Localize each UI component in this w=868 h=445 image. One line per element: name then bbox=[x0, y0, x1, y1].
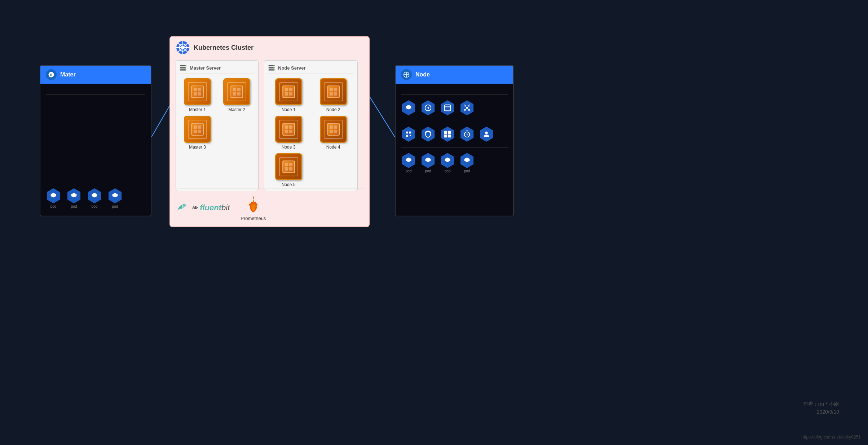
watermark: https://blog.csdn.net/lucky8251 bbox=[801, 435, 861, 440]
node-box-title: Node bbox=[415, 71, 430, 78]
fluentbit-icon bbox=[176, 202, 188, 214]
svg-point-44 bbox=[485, 132, 488, 134]
chip-core bbox=[233, 88, 236, 91]
node-pod-label-1: pod bbox=[406, 169, 412, 173]
chip-core bbox=[334, 88, 337, 91]
node-app-icon-istio bbox=[420, 100, 436, 115]
node-5-label: Node 5 bbox=[282, 182, 296, 187]
k8s-icon bbox=[176, 40, 190, 55]
chip-center-n1 bbox=[282, 85, 295, 98]
chip-core bbox=[237, 92, 241, 96]
node-pods-row: pod pod pod bbox=[401, 153, 508, 173]
svg-line-35 bbox=[468, 109, 469, 110]
chip-core bbox=[330, 88, 333, 91]
node-app-icon-kube bbox=[440, 127, 455, 142]
svg-point-8 bbox=[181, 46, 184, 49]
node-3-chip bbox=[275, 116, 302, 143]
pod-4: pod bbox=[107, 188, 123, 208]
chip-core bbox=[285, 125, 288, 129]
pod-label-4: pod bbox=[112, 204, 118, 208]
master-2-label: Master 2 bbox=[228, 107, 245, 112]
chip-core bbox=[285, 130, 288, 133]
chip-center-n2 bbox=[327, 85, 340, 98]
node-box-header: Node bbox=[396, 66, 513, 84]
divider-1 bbox=[46, 94, 145, 95]
chip-center-3 bbox=[191, 123, 204, 136]
node-5-chip bbox=[275, 153, 302, 180]
node-2-chip bbox=[320, 78, 347, 105]
node-divider-1 bbox=[401, 94, 508, 95]
master-3-chip bbox=[184, 116, 211, 143]
pod-3: pod bbox=[87, 188, 102, 208]
svg-point-19 bbox=[273, 67, 274, 69]
author-date: 2020/9/10 bbox=[803, 409, 839, 415]
node-1-label: Node 1 bbox=[282, 107, 296, 112]
node-4: Node 4 bbox=[313, 116, 354, 150]
svg-rect-25 bbox=[445, 105, 451, 111]
chip-core bbox=[285, 88, 288, 91]
node-pod-label-2: pod bbox=[425, 169, 431, 173]
node-app-icon-user bbox=[479, 127, 494, 142]
chip-core bbox=[334, 125, 337, 129]
node-3: Node 3 bbox=[268, 116, 309, 150]
mater-icon bbox=[46, 69, 57, 80]
divider-2 bbox=[46, 124, 145, 124]
chip-center-1 bbox=[191, 85, 204, 98]
node-5: Node 5 bbox=[268, 153, 309, 187]
chip-center-2 bbox=[230, 85, 243, 98]
node-3-label: Node 3 bbox=[282, 145, 296, 150]
chip-core bbox=[198, 130, 201, 133]
node-pod-hex-2 bbox=[420, 153, 436, 168]
chip-core bbox=[289, 125, 292, 129]
prometheus-flame-icon bbox=[245, 194, 261, 214]
node-pod-hex-1 bbox=[401, 153, 416, 168]
svg-line-1 bbox=[370, 97, 395, 137]
divider-3 bbox=[46, 153, 145, 153]
svg-line-42 bbox=[467, 135, 468, 135]
master-1-label: Master 1 bbox=[189, 107, 206, 112]
svg-point-31 bbox=[469, 110, 470, 111]
node-app-icon-timer bbox=[459, 127, 475, 142]
master-1: Master 1 bbox=[180, 78, 215, 112]
chip-core bbox=[330, 125, 333, 129]
svg-rect-36 bbox=[444, 131, 447, 134]
chip-core bbox=[285, 163, 288, 166]
master-server-title: Master Server bbox=[190, 65, 221, 71]
chip-core bbox=[194, 92, 197, 96]
node-grid: Node 1 Node 2 bbox=[268, 78, 354, 187]
node-box-content: pod pod pod bbox=[396, 84, 513, 181]
node-app-icon-net bbox=[459, 100, 475, 115]
node-2: Node 2 bbox=[313, 78, 354, 112]
main-canvas: Mater pod bbox=[0, 0, 868, 445]
svg-point-30 bbox=[464, 110, 466, 111]
pod-label-1: pod bbox=[50, 204, 57, 208]
node-pod-label-4: pod bbox=[464, 169, 470, 173]
fluentbit-logo: ❧ fluentbit bbox=[176, 202, 230, 214]
svg-rect-37 bbox=[448, 131, 451, 134]
mater-content: pod pod pod bbox=[40, 84, 151, 216]
pod-hex-4 bbox=[107, 188, 123, 203]
chip-core bbox=[194, 88, 197, 91]
cluster-tools: ❧ fluentbit Prometheus bbox=[176, 189, 363, 221]
node-1: Node 1 bbox=[268, 78, 309, 112]
node-1-chip bbox=[275, 78, 302, 105]
prometheus-logo: Prometheus bbox=[241, 194, 266, 221]
author-info: 作者：rm＊小组 2020/9/10 bbox=[803, 401, 839, 416]
node-icon bbox=[401, 69, 412, 80]
node-2-label: Node 2 bbox=[326, 107, 340, 112]
mater-box: Mater pod bbox=[40, 65, 151, 216]
pod-hex-1 bbox=[46, 188, 61, 203]
chip-center-n3 bbox=[282, 123, 295, 136]
svg-line-33 bbox=[468, 106, 469, 107]
chip-core bbox=[330, 92, 333, 96]
svg-point-14 bbox=[185, 70, 186, 71]
master-3: Master 3 bbox=[180, 116, 215, 150]
mater-header: Mater bbox=[40, 66, 151, 84]
chip-core bbox=[334, 130, 337, 133]
node-divider-3 bbox=[401, 147, 508, 147]
node-app-icon-security bbox=[420, 127, 436, 142]
server-container: Master Server Master 1 bbox=[170, 60, 369, 191]
prometheus-text: Prometheus bbox=[241, 216, 266, 221]
chip-core bbox=[285, 92, 288, 96]
node-4-chip bbox=[320, 116, 347, 143]
